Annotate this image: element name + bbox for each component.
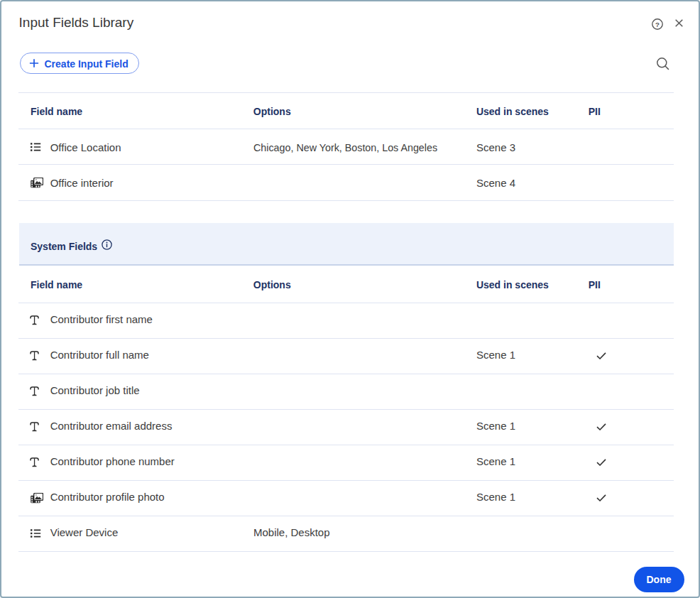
svg-text:?: ? — [655, 21, 660, 28]
